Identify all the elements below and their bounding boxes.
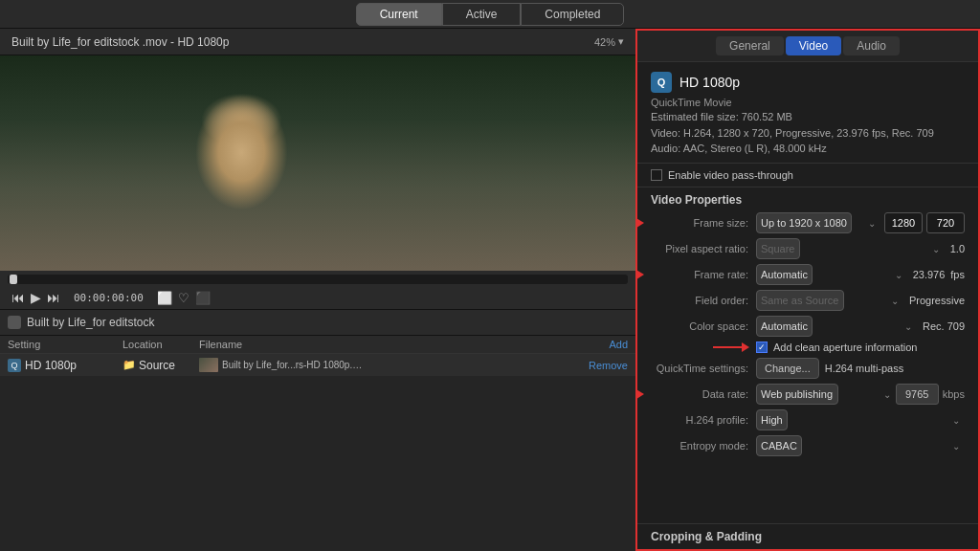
left-panel: Built by Life_for editstock .mov - HD 10… [0,29,635,551]
color-space-row: Color space: Automatic Rec. 709 [651,316,965,337]
main-layout: Built by Life_for editstock .mov - HD 10… [0,29,980,551]
h264-profile-select-wrapper: High [756,409,965,430]
tab-completed[interactable]: Completed [521,3,624,26]
file-list: Setting Location Filename Add Q HD 1080p… [0,336,635,551]
frame-rate-value: 23.976 [913,269,946,280]
tab-audio[interactable]: Audio [843,36,900,55]
qt-settings-row: QuickTime settings: Change... H.264 mult… [651,358,965,379]
qt-format-icon: Q [651,72,672,93]
field-order-row: Field order: Same as Source Progressive [651,290,965,311]
portrait-overlay [0,55,635,271]
frame-size-row: Frame size: Up to 1920 x 1080 [651,212,965,233]
data-rate-arrow [637,389,644,399]
video-thumbnail [0,55,635,271]
color-space-select[interactable]: Automatic [756,316,813,337]
kbps-unit: kbps [943,388,965,400]
file-list-header: Setting Location Filename Add [0,336,635,354]
pixel-aspect-row: Pixel aspect ratio: Square 1.0 [651,238,965,259]
frame-rate-row: Frame rate: Automatic 23.976 fps [651,264,965,285]
arrow-line-3 [713,346,742,348]
field-order-select[interactable]: Same as Source [756,290,844,311]
tab-video[interactable]: Video [786,36,841,55]
qt-settings-value: H.264 multi-pass [825,363,904,374]
format-title: HD 1080p [679,75,740,90]
passthrough-checkbox[interactable] [651,169,662,181]
arrow-head-2 [637,270,644,279]
tab-general[interactable]: General [716,36,784,55]
kbps-row: kbps [896,384,965,405]
remove-button[interactable]: Remove [570,360,628,371]
data-rate-select-wrapper: Web publishing [756,384,896,405]
row-location: Source [139,359,175,372]
frame-rate-arrow [637,270,644,279]
entropy-mode-select-wrapper: CABAC [756,435,965,456]
col-setting: Setting [8,339,122,350]
field-order-select-wrapper: Same as Source [756,290,903,311]
clean-aperture-arrow [713,342,749,352]
frame-width-input[interactable] [884,212,923,233]
media-header: Built by Life_for editstock .mov - HD 10… [0,29,635,55]
frame-size-select[interactable]: Up to 1920 x 1080 [756,212,852,233]
tab-active[interactable]: Active [442,3,522,26]
clean-aperture-checkbox[interactable]: ✓ [756,342,768,353]
arrow-head-3 [742,342,749,352]
kbps-input[interactable] [896,384,939,405]
pixel-aspect-select[interactable]: Square [756,238,800,259]
frame-size-select-wrapper: Up to 1920 x 1080 [756,212,880,233]
crop-title: Cropping & Padding [651,530,762,543]
props-section: Video Properties Frame size: Up to 1920 … [637,187,978,524]
info-section: Q HD 1080p QuickTime Movie Estimated fil… [637,62,978,164]
media-title: Built by Life_for editstock .mov - HD 10… [11,35,229,49]
location-cell: 📁 Source [122,359,199,372]
controls-row: ⏮ ▶ ⏭ 00:00:00:00 ⬜ ♡ ⬛ [8,288,628,307]
h264-profile-select[interactable]: High [756,409,788,430]
passthrough-row: Enable video pass-through [637,164,978,187]
passthrough-label: Enable video pass-through [668,169,793,181]
entropy-mode-select[interactable]: CABAC [756,435,802,456]
col-location: Location [122,339,199,350]
skip-back-button[interactable]: ⏮ [11,290,25,305]
file-thumbnail [199,358,218,372]
frame-height-input[interactable] [926,212,965,233]
color-space-select-wrapper: Automatic [756,316,917,337]
panel-tabs: General Video Audio [637,31,978,62]
zoom-value: 42% [594,36,615,48]
frame-rate-unit: fps [950,269,965,280]
entropy-mode-row: Entropy mode: CABAC [651,435,965,456]
video-spec-label: Video: H.264, 1280 x 720, Progressive, 2… [651,125,965,142]
frame-rate-select[interactable]: Automatic [756,264,813,285]
video-props-title: Video Properties [651,193,965,207]
filename-cell: Built by Life_for...rs-HD 1080p.mov [199,358,570,372]
frame-size-arrow [637,218,644,228]
qt-settings-label: QuickTime settings: [651,363,756,374]
quicktime-icon: Q [8,359,21,372]
right-panel: General Video Audio Q HD 1080p QuickTime… [635,29,980,551]
tab-current[interactable]: Current [356,3,442,26]
file-icon: Q HD 1080p [8,359,122,372]
container-label: QuickTime Movie [651,97,965,108]
color-space-label: Color space: [651,320,756,332]
data-rate-select[interactable]: Web publishing [756,384,838,405]
pixel-aspect-select-wrapper: Square [756,238,945,259]
skip-forward-button[interactable]: ⏭ [47,290,60,305]
row-filename: Built by Life_for...rs-HD 1080p.mov [222,360,366,370]
arrow-head [637,218,644,228]
table-row: Q HD 1080p 📁 Source Built by Life_for...… [0,354,635,376]
qt-change-button[interactable]: Change... [756,358,819,379]
data-rate-label: Data rate: [651,388,756,400]
arrow-head-4 [637,389,644,399]
col-add[interactable]: Add [570,339,628,350]
frame-size-label: Frame size: [651,217,756,229]
heart-icon: ♡ [178,291,189,305]
h264-profile-label: H.264 profile: [651,414,756,426]
entropy-mode-label: Entropy mode: [651,440,756,452]
crop-footer: Cropping & Padding [637,523,978,549]
zoom-badge: 42% ▾ [594,35,624,48]
clean-aperture-row: ✓ Add clean aperture information [756,342,965,353]
play-button[interactable]: ▶ [31,290,41,305]
zoom-chevron-icon: ▾ [618,35,624,48]
field-order-value: Progressive [909,295,965,306]
scrub-bar[interactable] [8,275,628,284]
scrub-handle[interactable] [10,275,17,284]
h264-profile-row: H.264 profile: High [651,409,965,430]
